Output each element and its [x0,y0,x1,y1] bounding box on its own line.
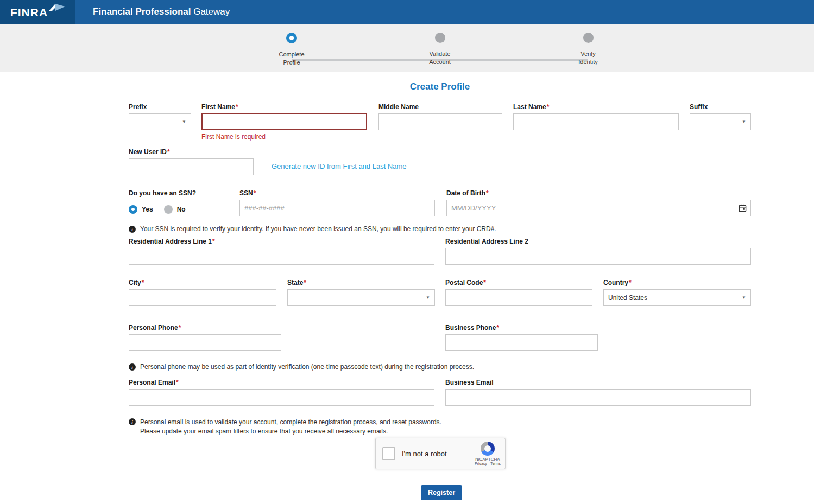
suffix-label: Suffix [690,104,751,111]
address1-input[interactable] [129,248,434,265]
chevron-down-icon: ▼ [182,119,186,124]
city-input[interactable] [129,289,276,306]
phone-note-text: Personal phone may be used as part of id… [140,363,474,371]
step-label: Complete Profile [259,50,324,67]
prefix-field-group: Prefix ▼ [129,104,191,130]
business-phone-field-group: Business Phone* [445,324,598,351]
city-field-group: City* [129,279,276,306]
phone-info-note: i Personal phone may be used as part of … [129,363,672,371]
step-label-line1: Verify [580,50,596,57]
business-email-label: Business Email [445,379,751,386]
dob-label: Date of Birth* [446,190,751,197]
ssn-question-group: Do you have an SSN? Yes No [129,190,232,214]
first-name-input[interactable] [201,113,367,130]
last-name-input[interactable] [513,113,679,130]
personal-phone-label: Personal Phone* [129,324,281,331]
postal-code-field-group: Postal Code* [445,279,592,306]
finra-logo-mark [49,4,65,14]
prefix-label: Prefix [129,104,191,111]
dob-input-wrap [446,200,751,216]
step-label: Validate Account [407,50,472,67]
step-complete-profile: Complete Profile [259,33,324,67]
first-name-label: First Name* [201,104,367,111]
step-label-line2: Identity [578,59,597,65]
first-name-field-group: First Name* First Name is required [201,104,367,141]
required-asterisk: * [236,103,238,111]
required-asterisk: * [254,189,256,197]
required-asterisk: * [142,279,144,286]
ssn-yes-radio[interactable] [129,205,137,214]
app-title-bold: Financial Professional [93,7,191,17]
step-label-line2: Profile [283,59,300,66]
title-row: Create Profile [129,81,751,92]
postal-code-input[interactable] [445,289,592,306]
business-email-input[interactable] [445,389,751,406]
required-asterisk: * [629,279,632,286]
new-user-id-input[interactable] [129,158,254,175]
register-button[interactable]: Register [421,485,462,500]
personal-email-input[interactable] [129,389,434,406]
required-asterisk: * [167,148,170,156]
business-phone-input[interactable] [445,334,598,351]
ssn-input[interactable] [239,200,435,216]
email-note-text: Personal email is used to validate your … [140,418,441,437]
middle-name-input[interactable] [378,113,502,130]
finra-logo[interactable]: FINRA [0,0,75,24]
email-note-line1: Personal email is used to validate your … [140,418,441,427]
state-select[interactable]: ▼ [287,289,435,306]
page-title: Create Profile [410,81,470,92]
country-selected-value: United States [608,294,647,302]
recaptcha-widget: I'm not a robot reCAPTCHA Privacy - Term… [375,438,506,469]
generate-id-link[interactable]: Generate new ID from First and Last Name [272,162,407,170]
last-name-field-group: Last Name* [513,104,679,130]
email-info-note: i Personal email is used to validate you… [129,418,672,437]
ssn-note-text: Your SSN is required to verify your iden… [140,225,496,233]
chevron-down-icon: ▼ [426,295,430,300]
state-label: State* [287,279,435,286]
required-asterisk: * [176,379,179,386]
dob-field-group: Date of Birth* [446,190,751,216]
first-name-error: First Name is required [201,133,367,141]
address2-input[interactable] [445,248,751,265]
new-user-id-label: New User ID* [129,149,254,156]
ssn-question-label: Do you have an SSN? [129,190,232,197]
dob-input[interactable] [446,200,751,216]
ssn-no-label: No [177,206,186,213]
recaptcha-brand: reCAPTCHA [475,457,501,462]
chevron-down-icon: ▼ [742,119,746,124]
step-circle-active-icon [286,33,297,43]
recaptcha-checkbox[interactable] [382,447,395,460]
step-validate-account: Validate Account [407,33,472,67]
ssn-info-note: i Your SSN is required to verify your id… [129,225,672,233]
new-user-id-field-group: New User ID* [129,149,254,175]
suffix-select[interactable]: ▼ [690,113,751,130]
last-name-label: Last Name* [513,104,679,111]
country-label: Country* [603,279,751,286]
required-asterisk: * [547,103,550,111]
personal-phone-input[interactable] [129,334,281,351]
step-label-line1: Validate [430,50,451,57]
app-title-regular: Gateway [193,7,230,17]
recaptcha-logo-icon [481,442,495,456]
chevron-down-icon: ▼ [742,295,746,300]
email-note-line2: Please update your email spam filters to… [140,427,441,436]
ssn-field-group: SSN* [239,190,435,216]
info-icon: i [129,226,136,233]
app-header: FINRA Financial Professional Gateway [0,0,814,24]
required-asterisk: * [212,238,215,245]
state-field-group: State* ▼ [287,279,435,306]
business-email-field-group: Business Email [445,379,751,406]
ssn-yes-label: Yes [142,206,153,213]
country-select[interactable]: United States ▼ [603,289,751,306]
postal-code-label: Postal Code* [445,279,592,286]
step-verify-identity: Verify Identity [556,33,621,67]
prefix-select[interactable]: ▼ [129,113,191,130]
step-circle-inactive-icon [583,33,594,43]
ssn-no-radio[interactable] [164,205,173,214]
calendar-icon[interactable] [739,204,747,212]
middle-name-label: Middle Name [378,104,502,111]
required-asterisk: * [486,189,489,197]
recaptcha-privacy-terms-links[interactable]: Privacy - Terms [475,462,501,465]
personal-phone-field-group: Personal Phone* [129,324,281,351]
step-label: Verify Identity [556,50,621,67]
